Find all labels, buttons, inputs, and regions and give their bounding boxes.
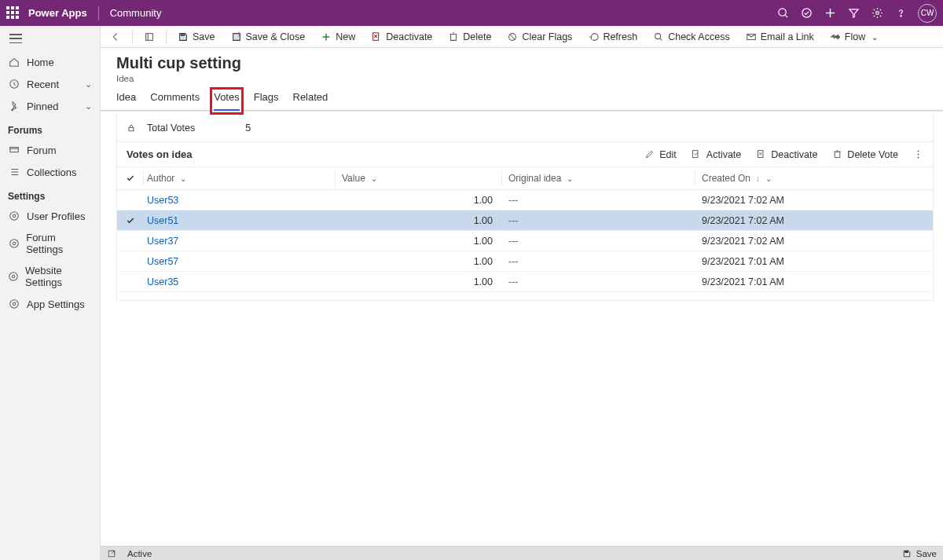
subgrid-edit-button[interactable]: Edit <box>644 149 677 160</box>
footer-save-icon[interactable] <box>902 549 912 558</box>
refresh-button[interactable]: Refresh <box>582 28 644 46</box>
column-header-author[interactable]: Author <box>144 170 336 186</box>
author-link[interactable]: User57 <box>147 256 178 267</box>
pencil-icon <box>644 149 655 160</box>
more-vertical-icon <box>912 149 923 160</box>
nav-app-settings[interactable]: App Settings <box>0 293 100 315</box>
tab-idea[interactable]: Idea <box>116 91 136 111</box>
flow-button[interactable]: Flow <box>824 28 884 46</box>
assistant-icon[interactable] <box>800 7 813 20</box>
content-area: Save Save & Close New Deactivate Delete … <box>101 26 943 560</box>
nav-forum-label: Forum <box>27 145 57 156</box>
tab-related[interactable]: Related <box>293 91 328 111</box>
tab-votes[interactable]: Votes <box>214 91 240 111</box>
table-row[interactable]: User371.00---9/23/2021 7:02 AM <box>117 231 933 251</box>
command-bar: Save Save & Close New Deactivate Delete … <box>101 26 943 48</box>
subgrid-deactivate-button[interactable]: Deactivate <box>755 149 817 160</box>
nav-pinned[interactable]: Pinned ⌄ <box>0 95 100 117</box>
svg-line-30 <box>510 34 516 39</box>
back-button[interactable] <box>104 28 127 46</box>
column-header-original-idea[interactable]: Original idea <box>502 170 695 186</box>
tab-flags[interactable]: Flags <box>254 91 279 111</box>
nav-forum-settings[interactable]: Forum Settings <box>0 227 100 260</box>
popout-icon[interactable] <box>107 549 116 558</box>
nav-recent[interactable]: Recent ⌄ <box>0 73 100 95</box>
save-close-button[interactable]: Save & Close <box>225 28 312 46</box>
svg-point-2 <box>802 9 810 17</box>
svg-point-39 <box>917 157 919 159</box>
clear-flags-button[interactable]: Clear Flags <box>501 28 578 46</box>
nav-forum[interactable]: Forum <box>0 139 100 161</box>
check-access-button[interactable]: Check Access <box>647 28 736 46</box>
open-record-set-button[interactable] <box>138 28 161 46</box>
add-icon[interactable] <box>824 7 836 20</box>
section-settings: Settings <box>0 183 100 205</box>
cell-original-idea: --- <box>502 195 695 206</box>
column-header-created-on[interactable]: Created On <box>695 170 887 186</box>
svg-point-21 <box>13 302 16 306</box>
svg-point-20 <box>9 273 18 281</box>
delete-button[interactable]: Delete <box>442 28 497 46</box>
email-link-button[interactable]: Email a Link <box>739 28 820 46</box>
select-all-checkbox[interactable] <box>117 170 144 186</box>
left-navigation: Home Recent ⌄ Pinned ⌄ Forums Forum Coll… <box>0 26 101 560</box>
svg-point-19 <box>12 275 15 278</box>
subgrid-delete-vote-button[interactable]: Delete Vote <box>831 149 898 160</box>
row-checkbox[interactable] <box>117 216 144 225</box>
table-row[interactable]: User571.00---9/23/2021 7:01 AM <box>117 251 933 272</box>
cell-value: 1.00 <box>336 276 502 287</box>
subgrid-delete-vote-label: Delete Vote <box>847 149 898 160</box>
help-icon[interactable] <box>894 7 907 20</box>
trash-icon <box>831 149 842 160</box>
gear-icon <box>8 210 20 222</box>
nav-user-profiles[interactable]: User Profiles <box>0 205 100 227</box>
footer-save-label[interactable]: Save <box>916 549 937 558</box>
nav-collapse-toggle[interactable] <box>0 26 100 51</box>
nav-collections[interactable]: Collections <box>0 161 100 183</box>
subgrid-activate-button[interactable]: Activate <box>691 149 741 160</box>
delete-icon <box>448 31 459 42</box>
cell-value: 1.00 <box>336 236 502 247</box>
table-row[interactable]: User351.00---9/23/2021 7:01 AM <box>117 272 933 292</box>
table-row[interactable]: User511.00---9/23/2021 7:02 AM <box>117 210 933 231</box>
plus-icon <box>321 31 332 42</box>
cell-value: 1.00 <box>336 256 502 267</box>
nav-pinned-label: Pinned <box>27 101 58 112</box>
new-button[interactable]: New <box>314 28 361 46</box>
total-votes-label: Total Votes <box>147 123 195 134</box>
grid-header: Author Value Original idea Created On <box>117 167 933 190</box>
pin-icon <box>8 100 20 112</box>
subgrid-edit-label: Edit <box>659 149 677 160</box>
form-tabs: Idea Comments Votes Flags Related <box>101 83 943 111</box>
author-link[interactable]: User53 <box>147 195 178 206</box>
clear-flags-button-label: Clear Flags <box>522 31 572 42</box>
tab-comments[interactable]: Comments <box>150 91 200 111</box>
table-row[interactable]: User531.00---9/23/2021 7:02 AM <box>117 190 933 210</box>
deactivate-button[interactable]: Deactivate <box>365 28 438 46</box>
cell-created-on: 9/23/2021 7:01 AM <box>695 256 887 267</box>
save-button-label: Save <box>193 31 215 42</box>
svg-point-31 <box>655 33 661 38</box>
author-link[interactable]: User51 <box>147 215 178 226</box>
user-avatar[interactable]: CW <box>918 4 937 23</box>
nav-website-settings[interactable]: Website Settings <box>0 260 100 293</box>
settings-icon[interactable] <box>871 7 883 20</box>
subgrid-more-button[interactable] <box>912 149 923 160</box>
app-launcher-icon[interactable] <box>6 6 20 20</box>
subgrid-deactivate-label: Deactivate <box>771 149 817 160</box>
nav-user-profiles-label: User Profiles <box>27 210 85 222</box>
chevron-down-icon <box>564 173 573 184</box>
email-link-button-label: Email a Link <box>761 31 814 42</box>
filter-icon[interactable] <box>847 7 860 20</box>
nav-forum-settings-label: Forum Settings <box>26 232 92 255</box>
author-link[interactable]: User35 <box>147 276 178 287</box>
home-icon <box>8 56 20 68</box>
search-icon[interactable] <box>776 7 789 20</box>
column-header-value[interactable]: Value <box>336 170 502 186</box>
context-name[interactable]: Community <box>110 7 162 19</box>
author-link[interactable]: User37 <box>147 236 178 247</box>
nav-home[interactable]: Home <box>0 51 100 73</box>
svg-point-37 <box>917 150 919 152</box>
save-button[interactable]: Save <box>171 28 222 46</box>
activate-icon <box>691 149 702 160</box>
